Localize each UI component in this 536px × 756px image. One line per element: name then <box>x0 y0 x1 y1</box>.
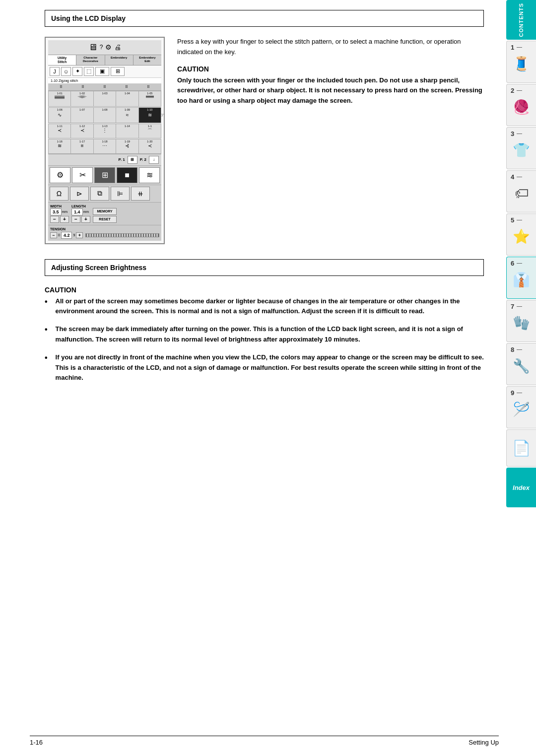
tab-icon-1: 🧵 <box>513 56 530 72</box>
tab-dash-9: — <box>517 389 522 395</box>
special-icon-2[interactable]: ✂ <box>72 167 93 183</box>
page2-label: P. 2 <box>140 157 146 162</box>
lcd-display-title: Using the LCD Display <box>51 14 126 22</box>
tab-dash-3: — <box>517 130 522 136</box>
tension-plus[interactable]: + <box>76 232 83 238</box>
sidebar: CONTENTS 1 — 🧵 2 — 🧶 3 — 👕 4 — 🏷 5 — ⭐ 6… <box>502 0 536 756</box>
length-minus[interactable]: − <box>71 216 80 223</box>
sidebar-tab-9[interactable]: 9 — 🪡 <box>506 386 536 428</box>
tab-dash-6: — <box>517 260 522 266</box>
tab-num-9: 9 <box>511 389 514 397</box>
reset-btn[interactable]: RESET <box>93 216 117 223</box>
contents-label: CONTENTS <box>518 3 524 37</box>
tab-num-7: 7 <box>511 303 514 310</box>
lcd-icon-5[interactable]: ▣ <box>95 67 109 76</box>
tab-icon-3: 👕 <box>513 142 530 158</box>
tab-icon-7: 🧤 <box>513 315 530 331</box>
length-label: LENGTH <box>71 205 90 208</box>
lcd-tab-edit[interactable]: Embroidery Edit <box>134 55 161 65</box>
page-footer: 1-16 Setting Up <box>30 736 499 746</box>
sidebar-tab-document[interactable]: 📄 <box>506 429 536 467</box>
func-btn-2[interactable]: ⊳ <box>70 187 89 201</box>
tab-icon-8: 🔧 <box>513 358 530 374</box>
bullet-text-2: The screen may be dark immediately after… <box>56 324 484 345</box>
lcd-cursor: ☞ <box>159 112 165 119</box>
width-plus[interactable]: + <box>60 216 69 223</box>
special-icon-5[interactable]: ≋ <box>139 167 160 183</box>
special-icon-1[interactable]: ⚙ <box>50 167 70 183</box>
func-btn-4[interactable]: ⊫ <box>111 187 130 201</box>
width-value: 3.5 <box>50 208 62 215</box>
brightness-section: Adjusting Screen Brightness CAUTION All … <box>45 259 484 384</box>
footer-chapter-title: Setting Up <box>469 739 499 746</box>
lcd-text-content: Press a key with your finger to select t… <box>177 37 484 244</box>
lcd-icons-row: J ☺ ✦ ⬚ ▣ ⊞ <box>48 66 161 78</box>
func-btn-5[interactable]: ⧺ <box>131 187 150 201</box>
lcd-tab-embroidery[interactable]: Embroidery <box>105 55 134 65</box>
lcd-display-section-header: Using the LCD Display <box>45 10 484 27</box>
brightness-bullet-list: All or part of the screen may sometimes … <box>45 296 484 384</box>
page1-label: P. 1 <box>119 157 125 162</box>
brightness-title: Adjusting Screen Brightness <box>51 264 146 272</box>
sidebar-tab-6[interactable]: 6 — 👔 <box>506 257 536 299</box>
sidebar-tab-1[interactable]: 1 — 🧵 <box>506 41 536 83</box>
index-label: Index <box>513 484 530 491</box>
lcd-display-section: 🖥 ? ⚙ 🖨 Utility Stitch Character Decorat… <box>45 37 484 244</box>
tab-num-2: 2 <box>511 87 514 94</box>
tab-icon-2: 🧶 <box>513 99 530 115</box>
bullet-item-1: All or part of the screen may sometimes … <box>45 296 484 317</box>
tab-num-1: 1 <box>511 44 514 51</box>
sidebar-tab-4[interactable]: 4 — 🏷 <box>506 170 536 212</box>
tab-num-3: 3 <box>511 130 514 137</box>
func-btn-3[interactable]: ⧉ <box>90 187 109 201</box>
lcd-panel-image: 🖥 ? ⚙ 🖨 Utility Stitch Character Decorat… <box>45 37 165 244</box>
length-value: 1.4 <box>71 208 83 215</box>
lcd-icon-3[interactable]: ✦ <box>72 67 82 76</box>
tab-dash-4: — <box>517 173 522 179</box>
bullet-item-3: If you are not directly in front of the … <box>45 352 484 383</box>
length-plus[interactable]: + <box>81 216 90 223</box>
tension-label: TENSION <box>50 227 159 231</box>
question-icon: ? <box>100 44 103 53</box>
width-minus[interactable]: − <box>50 216 59 223</box>
lcd-zigzag-label: 1-10 Zigzag stitch <box>48 78 161 84</box>
tab-icon-4: 🏷 <box>515 185 529 202</box>
config-icon: ⚙ <box>105 43 112 53</box>
footer-page-number: 1-16 <box>30 739 43 746</box>
sidebar-tab-3[interactable]: 3 — 👕 <box>506 127 536 169</box>
special-icon-4[interactable]: ■ <box>117 167 137 183</box>
lcd-tab-character[interactable]: Character Decorative <box>76 55 105 65</box>
sidebar-tab-2[interactable]: 2 — 🧶 <box>506 84 536 126</box>
lcd-icon-2[interactable]: ☺ <box>61 67 71 76</box>
tab-num-5: 5 <box>511 216 514 224</box>
tension-minus[interactable]: − <box>50 232 57 238</box>
memory-btn[interactable]: MEMORY <box>93 208 117 215</box>
sidebar-tab-7[interactable]: 7 — 🧤 <box>506 300 536 342</box>
main-content: Using the LCD Display 🖥 ? ⚙ 🖨 Utility St… <box>30 0 499 401</box>
lcd-icon-6[interactable]: ⊞ <box>111 67 125 76</box>
tab-dash-2: — <box>517 87 522 93</box>
tab-icon-5: ⭐ <box>513 228 530 245</box>
bullet-text-3: If you are not directly in front of the … <box>56 352 484 383</box>
sidebar-tab-index[interactable]: Index <box>506 468 536 507</box>
tab-icon-9: 🪡 <box>513 401 530 417</box>
bullet-item-2: The screen may be dark immediately after… <box>45 324 484 345</box>
special-icon-3[interactable]: ⊞ <box>94 167 115 183</box>
lcd-icon-1[interactable]: J <box>50 67 60 76</box>
tab-dash-1: — <box>517 44 522 50</box>
sidebar-tab-5[interactable]: 5 — ⭐ <box>506 213 536 256</box>
brightness-section-header: Adjusting Screen Brightness <box>45 259 484 276</box>
sidebar-tab-8[interactable]: 8 — 🔧 <box>506 343 536 385</box>
tab-icon-6: 👔 <box>513 272 530 288</box>
tension-value: 4.2 <box>61 232 72 239</box>
lcd-tab-utility[interactable]: Utility Stitch <box>48 55 76 65</box>
brightness-caution-title: CAUTION <box>45 286 484 294</box>
func-btn-1[interactable]: Ω <box>50 187 68 201</box>
tab-dash-8: — <box>517 346 522 352</box>
lcd-caution-body: Only touch the screen with your finger o… <box>177 75 484 106</box>
tab-num-8: 8 <box>511 346 514 353</box>
print-icon: 🖨 <box>114 43 121 53</box>
tab-dash-7: — <box>517 303 522 309</box>
lcd-icon-4[interactable]: ⬚ <box>84 67 94 76</box>
sidebar-tab-contents[interactable]: CONTENTS <box>506 0 536 40</box>
